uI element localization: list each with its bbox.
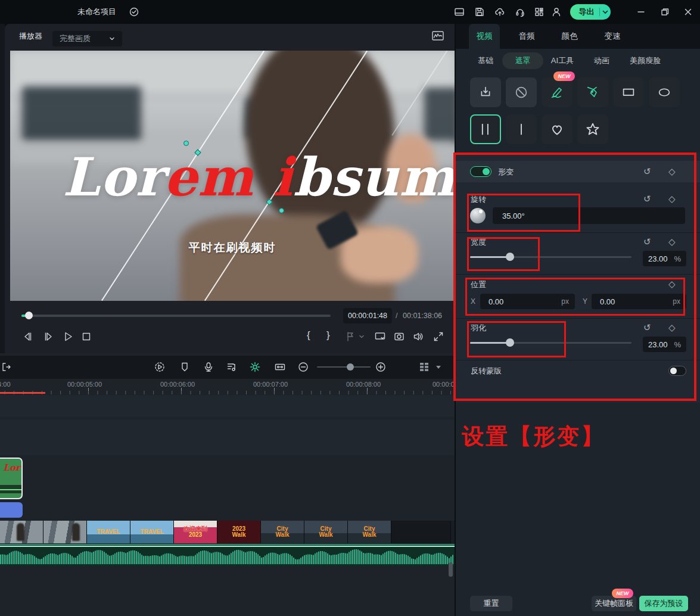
transform-reset-icon[interactable]: ↺ [643,167,651,176]
ruler-label: 00:00:0 [433,381,455,388]
audio-mixer-button[interactable] [226,361,238,373]
scope-monitor-icon[interactable] [431,30,444,42]
voiceover-mic-button[interactable] [203,361,214,373]
position-x-field[interactable]: 0.00 px [480,294,575,309]
mask-pen-button[interactable] [577,77,608,107]
layout-panel-icon[interactable] [454,7,465,17]
timeline-ruler[interactable]: 04:00 00:00:05:00 00:00:06:00 00:00:07:0… [0,379,455,394]
mask-handle-dot-bottom[interactable] [279,208,284,213]
rotate-dial[interactable] [470,208,486,223]
invert-mask-toggle[interactable] [668,366,686,376]
mask-draw-button[interactable] [542,77,573,107]
mask-import-button[interactable] [470,77,501,107]
title-bar: 未命名项目 导出 [0,0,700,24]
timeline-scrollbar[interactable] [449,562,453,577]
marker-flag-button[interactable] [344,331,356,343]
mark-in-button[interactable]: { [307,329,310,341]
ruler-label: 00:00:05:00 [67,381,102,388]
position-keyframe-icon[interactable]: ◇ [668,279,676,288]
section-divider [456,274,700,275]
title-clip[interactable]: Lor [0,458,23,499]
next-frame-button[interactable] [42,331,54,343]
reset-button[interactable]: 重置 [470,596,512,611]
feather-keyframe-icon[interactable]: ◇ [668,323,676,332]
feather-slider-handle[interactable] [506,338,514,347]
timeline-zoom-handle[interactable] [347,363,354,371]
render-preview-button[interactable] [154,361,166,373]
mask-single-line-button[interactable] [506,114,537,144]
feather-value-field[interactable]: 23.00 % [643,337,686,352]
save-icon[interactable] [474,7,485,17]
rotate-reset-icon[interactable]: ↺ [643,194,651,203]
mask-heart-button[interactable] [542,114,573,144]
video-preview[interactable]: Lorem ibsum 平时在刷视频时 [10,51,455,301]
keyframe-panel-button[interactable]: 关键帧面板 [592,596,636,611]
stop-button[interactable] [80,331,92,343]
apps-grid-icon[interactable] [534,7,545,17]
display-device-button[interactable] [374,331,386,343]
tab-audio[interactable]: 音频 [511,24,542,49]
minimize-button[interactable] [636,7,646,17]
tab-speed[interactable]: 变速 [597,24,628,49]
seek-handle[interactable] [25,312,33,319]
pointer-bracket-icon[interactable] [1,361,13,373]
transform-keyframe-icon[interactable]: ◇ [668,167,676,176]
zoom-out-button[interactable] [297,361,309,373]
position-y-field[interactable]: 0.00 px [592,294,686,309]
mask-star-button[interactable] [577,114,608,144]
user-account-icon[interactable] [551,7,562,17]
fullscreen-button[interactable] [433,331,444,343]
support-headset-icon[interactable] [515,7,525,17]
subtab-beauty[interactable]: 美颜瘦脸 [625,52,665,69]
snapshot-camera-button[interactable] [393,331,405,343]
timeline-zoom-slider[interactable] [317,366,371,368]
export-chevron-down-icon[interactable] [600,7,611,17]
zoom-in-button[interactable] [375,361,387,373]
feather-reset-icon[interactable]: ↺ [643,323,651,332]
tab-color[interactable]: 颜色 [554,24,585,49]
audio-clip[interactable] [0,502,23,518]
rotate-keyframe-icon[interactable]: ◇ [668,194,676,203]
mask-double-line-button[interactable] [470,114,501,144]
mark-out-button[interactable]: } [326,329,330,341]
subtab-animation[interactable]: 动画 [586,52,617,69]
close-button[interactable] [683,7,693,17]
auto-ripple-button[interactable] [274,361,286,373]
cloud-upload-icon[interactable] [494,7,505,17]
width-reset-icon[interactable]: ↺ [643,237,651,246]
previous-frame-button[interactable] [22,331,34,343]
video-track[interactable]: TRAVEL TRAVEL 欢迎来到2023 2023Walk CityWalk… [0,521,455,543]
audio-waveform-track[interactable] [0,544,455,566]
track-manager-caret-icon[interactable] [435,361,442,373]
timeline-toolbar [0,356,455,379]
mask-rectangle-button[interactable] [613,77,644,107]
mask-none-button[interactable] [506,77,537,107]
export-button[interactable]: 导出 [570,4,611,20]
quality-dropdown[interactable]: 完整画质 [52,31,122,46]
marker-button[interactable] [179,361,191,373]
restore-button[interactable] [660,7,670,17]
subtab-ai-tools[interactable]: AI工具 [546,52,578,69]
mask-ellipse-button[interactable] [649,77,680,107]
width-value-field[interactable]: 23.00 % [643,251,686,266]
quick-split-button[interactable] [249,361,261,373]
width-slider-handle[interactable] [506,253,514,261]
save-preset-button[interactable]: 保存为预设 [639,596,688,611]
title-clip-text: Lor [4,462,20,473]
subtab-basic[interactable]: 基础 [470,52,501,69]
timecode-current[interactable]: 00:00:01:48 [343,308,392,323]
transform-toggle[interactable] [470,166,491,177]
play-button[interactable] [62,331,74,343]
feather-slider[interactable] [470,342,631,344]
track-manager-button[interactable] [418,361,430,373]
seek-bar[interactable] [21,315,331,317]
marker-chevron-down-icon[interactable] [358,331,365,343]
mask-handle-dot-top[interactable] [183,141,189,146]
volume-button[interactable] [412,331,424,343]
video-thumbnail [391,521,451,543]
rotate-value-field[interactable]: 35.00° [493,207,685,224]
width-slider[interactable] [470,256,631,258]
width-keyframe-icon[interactable]: ◇ [668,237,676,246]
subtab-mask[interactable]: 遮罩 [502,52,543,69]
tab-video[interactable]: 视频 [469,24,500,49]
